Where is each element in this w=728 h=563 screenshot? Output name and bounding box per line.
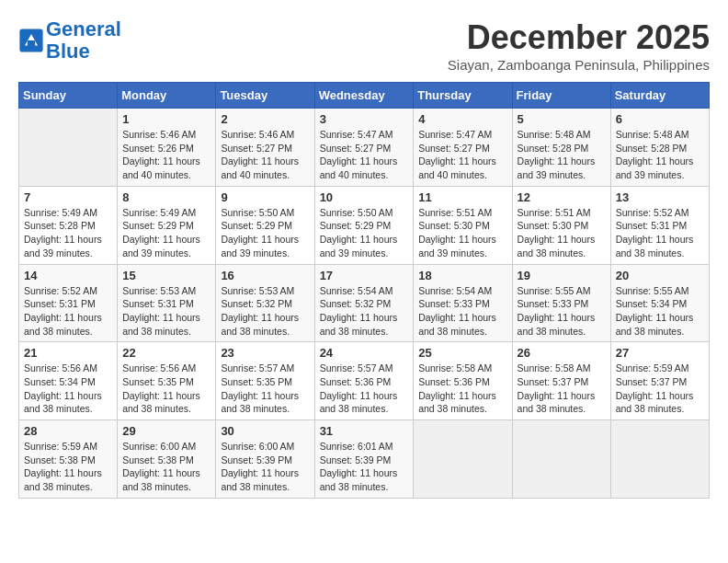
day-info: Sunrise: 5:59 AM Sunset: 5:37 PM Dayligh… <box>616 362 704 416</box>
calendar-week-row: 7Sunrise: 5:49 AM Sunset: 5:28 PM Daylig… <box>19 186 710 264</box>
calendar-cell: 26Sunrise: 5:58 AM Sunset: 5:37 PM Dayli… <box>512 342 610 420</box>
day-info: Sunrise: 5:56 AM Sunset: 5:34 PM Dayligh… <box>24 362 112 416</box>
day-info: Sunrise: 5:50 AM Sunset: 5:29 PM Dayligh… <box>320 206 409 260</box>
calendar-cell <box>414 420 512 499</box>
day-info: Sunrise: 6:00 AM Sunset: 5:38 PM Dayligh… <box>122 440 210 494</box>
logo: General Blue <box>18 18 121 63</box>
day-number: 17 <box>320 269 409 282</box>
calendar-cell <box>610 420 709 499</box>
calendar-cell: 27Sunrise: 5:59 AM Sunset: 5:37 PM Dayli… <box>610 342 709 420</box>
day-info: Sunrise: 5:48 AM Sunset: 5:28 PM Dayligh… <box>616 128 704 182</box>
calendar-cell: 11Sunrise: 5:51 AM Sunset: 5:30 PM Dayli… <box>414 186 512 264</box>
day-number: 11 <box>418 190 506 204</box>
logo-text: General Blue <box>46 18 121 63</box>
day-info: Sunrise: 5:49 AM Sunset: 5:29 PM Dayligh… <box>122 206 210 260</box>
day-info: Sunrise: 5:46 AM Sunset: 5:27 PM Dayligh… <box>221 128 309 182</box>
logo-icon <box>18 28 44 53</box>
calendar-week-row: 1Sunrise: 5:46 AM Sunset: 5:26 PM Daylig… <box>19 109 710 187</box>
day-info: Sunrise: 5:58 AM Sunset: 5:36 PM Dayligh… <box>418 362 506 416</box>
day-header-saturday: Saturday <box>610 83 709 109</box>
day-number: 16 <box>221 269 309 282</box>
day-number: 14 <box>24 269 112 282</box>
day-number: 2 <box>221 112 309 126</box>
day-number: 10 <box>320 190 409 204</box>
day-info: Sunrise: 5:51 AM Sunset: 5:30 PM Dayligh… <box>418 206 506 260</box>
calendar-cell: 21Sunrise: 5:56 AM Sunset: 5:34 PM Dayli… <box>19 342 118 420</box>
calendar-cell: 14Sunrise: 5:52 AM Sunset: 5:31 PM Dayli… <box>19 264 118 342</box>
calendar-cell: 4Sunrise: 5:47 AM Sunset: 5:27 PM Daylig… <box>414 109 512 187</box>
calendar-cell: 20Sunrise: 5:55 AM Sunset: 5:34 PM Dayli… <box>610 264 709 342</box>
day-number: 1 <box>122 112 210 126</box>
calendar-table: SundayMondayTuesdayWednesdayThursdayFrid… <box>18 82 710 499</box>
calendar-cell: 3Sunrise: 5:47 AM Sunset: 5:27 PM Daylig… <box>314 109 414 187</box>
calendar-cell <box>19 109 118 187</box>
day-header-sunday: Sunday <box>19 83 118 109</box>
day-header-monday: Monday <box>118 83 216 109</box>
day-info: Sunrise: 5:55 AM Sunset: 5:33 PM Dayligh… <box>518 284 606 339</box>
calendar-cell: 5Sunrise: 5:48 AM Sunset: 5:28 PM Daylig… <box>512 109 610 187</box>
day-info: Sunrise: 6:00 AM Sunset: 5:39 PM Dayligh… <box>221 440 309 494</box>
day-number: 30 <box>221 424 309 438</box>
page-header: General Blue December 2025 Siayan, Zambo… <box>18 18 710 73</box>
calendar-cell: 17Sunrise: 5:54 AM Sunset: 5:32 PM Dayli… <box>314 264 414 342</box>
day-number: 31 <box>320 424 409 438</box>
day-header-wednesday: Wednesday <box>314 83 414 109</box>
day-number: 21 <box>24 346 112 360</box>
calendar-cell <box>512 420 610 499</box>
day-info: Sunrise: 5:57 AM Sunset: 5:36 PM Dayligh… <box>320 362 409 416</box>
calendar-cell: 1Sunrise: 5:46 AM Sunset: 5:26 PM Daylig… <box>118 109 216 187</box>
day-info: Sunrise: 6:01 AM Sunset: 5:39 PM Dayligh… <box>320 440 409 494</box>
calendar-cell: 30Sunrise: 6:00 AM Sunset: 5:39 PM Dayli… <box>216 420 314 499</box>
day-number: 26 <box>518 346 606 360</box>
calendar-cell: 22Sunrise: 5:56 AM Sunset: 5:35 PM Dayli… <box>118 342 216 420</box>
day-info: Sunrise: 5:55 AM Sunset: 5:34 PM Dayligh… <box>616 284 704 339</box>
day-info: Sunrise: 5:50 AM Sunset: 5:29 PM Dayligh… <box>221 206 309 260</box>
calendar-header-row: SundayMondayTuesdayWednesdayThursdayFrid… <box>19 83 710 109</box>
day-info: Sunrise: 5:59 AM Sunset: 5:38 PM Dayligh… <box>24 440 112 494</box>
day-number: 24 <box>320 346 409 360</box>
day-number: 6 <box>616 112 704 126</box>
day-info: Sunrise: 5:52 AM Sunset: 5:31 PM Dayligh… <box>24 284 112 339</box>
calendar-cell: 15Sunrise: 5:53 AM Sunset: 5:31 PM Dayli… <box>118 264 216 342</box>
calendar-cell: 12Sunrise: 5:51 AM Sunset: 5:30 PM Dayli… <box>512 186 610 264</box>
calendar-cell: 18Sunrise: 5:54 AM Sunset: 5:33 PM Dayli… <box>414 264 512 342</box>
day-number: 23 <box>221 346 309 360</box>
calendar-cell: 29Sunrise: 6:00 AM Sunset: 5:38 PM Dayli… <box>118 420 216 499</box>
day-number: 18 <box>418 269 506 282</box>
day-number: 27 <box>616 346 704 360</box>
day-info: Sunrise: 5:49 AM Sunset: 5:28 PM Dayligh… <box>24 206 112 260</box>
day-info: Sunrise: 5:54 AM Sunset: 5:32 PM Dayligh… <box>320 284 409 339</box>
day-info: Sunrise: 5:46 AM Sunset: 5:26 PM Dayligh… <box>122 128 210 182</box>
calendar-cell: 13Sunrise: 5:52 AM Sunset: 5:31 PM Dayli… <box>610 186 709 264</box>
day-info: Sunrise: 5:58 AM Sunset: 5:37 PM Dayligh… <box>518 362 606 416</box>
day-number: 5 <box>518 112 606 126</box>
calendar-cell: 6Sunrise: 5:48 AM Sunset: 5:28 PM Daylig… <box>610 109 709 187</box>
day-info: Sunrise: 5:51 AM Sunset: 5:30 PM Dayligh… <box>518 206 606 260</box>
day-info: Sunrise: 5:52 AM Sunset: 5:31 PM Dayligh… <box>616 206 704 260</box>
month-title: December 2025 <box>448 18 710 57</box>
calendar-cell: 16Sunrise: 5:53 AM Sunset: 5:32 PM Dayli… <box>216 264 314 342</box>
calendar-cell: 10Sunrise: 5:50 AM Sunset: 5:29 PM Dayli… <box>314 186 414 264</box>
calendar-week-row: 14Sunrise: 5:52 AM Sunset: 5:31 PM Dayli… <box>19 264 710 342</box>
day-header-thursday: Thursday <box>414 83 512 109</box>
day-info: Sunrise: 5:48 AM Sunset: 5:28 PM Dayligh… <box>518 128 606 182</box>
calendar-cell: 9Sunrise: 5:50 AM Sunset: 5:29 PM Daylig… <box>216 186 314 264</box>
calendar-cell: 31Sunrise: 6:01 AM Sunset: 5:39 PM Dayli… <box>314 420 414 499</box>
calendar-cell: 19Sunrise: 5:55 AM Sunset: 5:33 PM Dayli… <box>512 264 610 342</box>
day-number: 15 <box>122 269 210 282</box>
day-info: Sunrise: 5:53 AM Sunset: 5:31 PM Dayligh… <box>122 284 210 339</box>
calendar-cell: 2Sunrise: 5:46 AM Sunset: 5:27 PM Daylig… <box>216 109 314 187</box>
calendar-cell: 24Sunrise: 5:57 AM Sunset: 5:36 PM Dayli… <box>314 342 414 420</box>
day-number: 20 <box>616 269 704 282</box>
day-header-tuesday: Tuesday <box>216 83 314 109</box>
day-number: 22 <box>122 346 210 360</box>
day-number: 13 <box>616 190 704 204</box>
calendar-cell: 28Sunrise: 5:59 AM Sunset: 5:38 PM Dayli… <box>19 420 118 499</box>
day-info: Sunrise: 5:47 AM Sunset: 5:27 PM Dayligh… <box>320 128 409 182</box>
day-number: 9 <box>221 190 309 204</box>
day-number: 19 <box>518 269 606 282</box>
calendar-week-row: 28Sunrise: 5:59 AM Sunset: 5:38 PM Dayli… <box>19 420 710 499</box>
calendar-cell: 25Sunrise: 5:58 AM Sunset: 5:36 PM Dayli… <box>414 342 512 420</box>
day-number: 29 <box>122 424 210 438</box>
day-info: Sunrise: 5:57 AM Sunset: 5:35 PM Dayligh… <box>221 362 309 416</box>
